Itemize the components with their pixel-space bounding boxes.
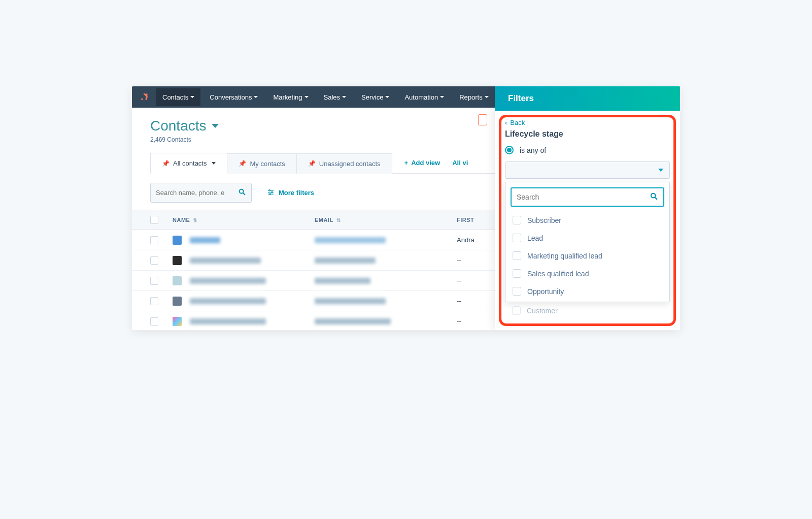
chevron-down-icon <box>342 96 346 98</box>
condition-is-any-of[interactable]: is any of <box>505 146 670 154</box>
panel-header: Filters <box>495 86 680 111</box>
plus-icon: + <box>404 159 409 167</box>
all-views-link[interactable]: All vi <box>452 159 468 167</box>
caret-down-icon <box>212 124 219 128</box>
chevron-down-icon <box>190 96 194 98</box>
avatar <box>173 317 182 326</box>
checkbox[interactable] <box>513 234 521 242</box>
checkbox[interactable] <box>513 287 521 296</box>
row-checkbox[interactable] <box>150 277 158 285</box>
chevron-down-icon <box>304 96 309 98</box>
chevron-down-icon <box>440 96 444 98</box>
svg-rect-4 <box>146 95 147 100</box>
tab-all-contacts[interactable]: 📌 All contacts <box>150 153 227 174</box>
tab-my-contacts[interactable]: 📌 My contacts <box>227 153 296 174</box>
nav-item-contacts[interactable]: Contacts <box>156 88 200 106</box>
sort-icon: ⇅ <box>336 217 341 223</box>
chevron-down-icon <box>385 96 389 98</box>
option-sql[interactable]: Sales qualified lead <box>511 265 664 282</box>
nav-item-service[interactable]: Service <box>355 88 395 106</box>
avatar <box>173 276 182 285</box>
value-select[interactable] <box>505 161 670 179</box>
filter-property-name: Lifecycle stage <box>505 129 670 139</box>
caret-down-icon <box>212 162 216 165</box>
row-checkbox[interactable] <box>150 297 158 305</box>
avatar <box>173 297 182 306</box>
option-lead[interactable]: Lead <box>511 230 664 246</box>
checkbox[interactable] <box>513 216 521 224</box>
dropdown-search[interactable] <box>511 187 664 207</box>
row-checkbox[interactable] <box>150 236 158 244</box>
save-view-button[interactable] <box>478 114 487 125</box>
avatar <box>173 256 182 265</box>
select-all-checkbox[interactable] <box>150 216 158 224</box>
nav-item-conversations[interactable]: Conversations <box>204 88 264 106</box>
nav-item-reports[interactable]: Reports <box>453 88 495 106</box>
chevron-down-icon <box>254 96 258 98</box>
pin-icon: 📌 <box>162 160 170 167</box>
tab-label: Unassigned contacts <box>319 160 381 168</box>
svg-point-5 <box>240 189 244 193</box>
nav-item-sales[interactable]: Sales <box>318 88 353 106</box>
tab-label: My contacts <box>250 160 285 168</box>
svg-point-11 <box>272 191 273 193</box>
pin-icon: 📌 <box>239 160 246 167</box>
column-email[interactable]: EMAIL⇅ <box>315 217 457 223</box>
back-button[interactable]: ‹ Back <box>505 119 670 126</box>
filters-panel: Filters ‹ Back Lifecycle stage is any of <box>495 86 680 330</box>
hubspot-logo-icon <box>138 91 150 103</box>
checkbox[interactable] <box>513 251 521 260</box>
svg-point-10 <box>269 189 270 191</box>
options-dropdown: Subscriber Lead Marketing qualified lead… <box>505 182 670 302</box>
radio-selected-icon <box>505 146 514 154</box>
svg-point-1 <box>141 99 143 100</box>
svg-point-12 <box>269 193 271 195</box>
checkbox[interactable] <box>512 306 521 315</box>
search-icon <box>238 188 246 198</box>
checkbox[interactable] <box>513 269 521 278</box>
sliders-icon <box>267 188 275 198</box>
svg-point-13 <box>651 193 656 198</box>
svg-line-6 <box>243 193 245 195</box>
chevron-left-icon: ‹ <box>505 119 507 126</box>
sort-icon: ⇅ <box>193 217 197 223</box>
option-subscriber[interactable]: Subscriber <box>511 212 664 229</box>
add-view-button[interactable]: + Add view <box>404 159 441 167</box>
option-mql[interactable]: Marketing qualified lead <box>511 247 664 264</box>
svg-line-14 <box>655 197 657 199</box>
search-input[interactable] <box>150 183 252 203</box>
nav-item-automation[interactable]: Automation <box>398 88 450 106</box>
tab-unassigned-contacts[interactable]: 📌 Unassigned contacts <box>297 153 392 174</box>
pin-icon: 📌 <box>308 160 316 167</box>
chevron-down-icon <box>485 96 489 98</box>
option-customer-peek[interactable]: Customer <box>505 302 670 319</box>
search-field[interactable] <box>156 189 234 197</box>
page-title: Contacts <box>150 118 207 134</box>
caret-down-icon <box>658 169 663 172</box>
nav-item-marketing[interactable]: Marketing <box>267 88 314 106</box>
dropdown-search-input[interactable] <box>517 193 646 201</box>
search-icon <box>650 192 658 203</box>
row-checkbox[interactable] <box>150 317 158 326</box>
avatar <box>173 236 182 245</box>
tab-label: All contacts <box>173 159 207 167</box>
row-checkbox[interactable] <box>150 256 158 265</box>
app-window: Contacts Conversations Marketing Sales S… <box>132 86 680 330</box>
more-filters-button[interactable]: More filters <box>267 188 314 198</box>
option-opportunity[interactable]: Opportunity <box>511 283 664 300</box>
column-name[interactable]: NAME⇅ <box>173 217 315 223</box>
